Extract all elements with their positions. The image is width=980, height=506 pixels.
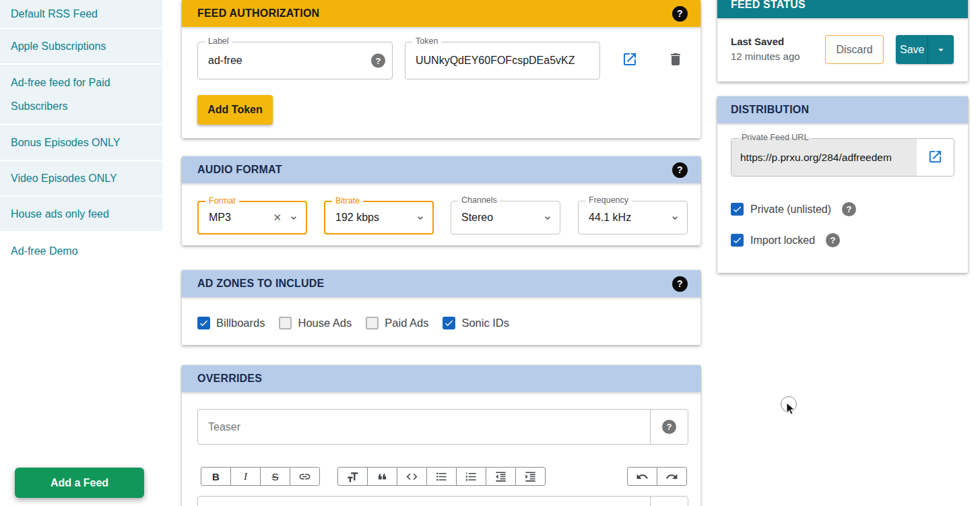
save-button[interactable]: Save <box>896 35 927 64</box>
format-select[interactable]: Format MP3 ✕ <box>197 201 307 234</box>
help-icon[interactable]: ? <box>662 420 676 434</box>
bitrate-select[interactable]: Bitrate 192 kbps <box>324 201 434 234</box>
ordered-list-button[interactable] <box>456 467 486 486</box>
ordered-list-icon <box>465 470 478 483</box>
checkbox-checked[interactable] <box>731 234 744 247</box>
open-in-new-icon <box>927 149 943 164</box>
chevron-down-icon <box>288 212 299 223</box>
field-value: 192 kbps <box>335 212 379 224</box>
field-value: Stereo <box>461 212 493 224</box>
field-value: https://p.prxu.org/284/adfreedem <box>740 152 912 164</box>
outdent-icon <box>494 470 507 483</box>
zone-option-sonic-ids: Sonic IDs <box>443 317 509 329</box>
undo-button[interactable] <box>627 467 657 486</box>
feed-authorization-card: FEED AUTHORIZATION ? Label ad-free ? Tok… <box>182 0 700 138</box>
help-icon[interactable]: ? <box>371 54 385 68</box>
section-title: AD ZONES TO INCLUDE <box>197 278 324 290</box>
field-value: UUNkyQdEY60FOFcspDEa5vKZ <box>416 55 575 67</box>
checkbox-unchecked[interactable] <box>366 317 379 329</box>
distribution-card: DISTRIBUTION Private Feed URL https://p.… <box>717 96 968 273</box>
chevron-down-icon <box>415 212 426 223</box>
open-token-external-button[interactable] <box>622 51 638 69</box>
check-icon <box>732 235 742 245</box>
section-title: AUDIO FORMAT <box>197 164 282 176</box>
audio-format-card: AUDIO FORMAT ? Format MP3 ✕ Bitrate 192 … <box>182 156 700 245</box>
help-icon[interactable]: ? <box>672 276 688 292</box>
field-value: MP3 <box>209 212 231 224</box>
text-size-icon <box>346 470 359 483</box>
private-feed-url-field[interactable]: Private Feed URL https://p.prxu.org/284/… <box>731 138 954 177</box>
sidebar-item-label: House ads only feed <box>11 202 109 226</box>
channels-select[interactable]: Channels Stereo <box>451 201 560 234</box>
checkbox-checked[interactable] <box>443 317 455 329</box>
outdent-button[interactable] <box>486 467 516 486</box>
sidebar-item-adfree-demo[interactable]: Ad-free Demo <box>0 232 162 270</box>
section-title: DISTRIBUTION <box>731 104 809 116</box>
bullet-list-icon <box>435 470 448 483</box>
save-options-button[interactable] <box>927 35 954 64</box>
delete-token-button[interactable] <box>667 51 684 69</box>
distribution-header: DISTRIBUTION <box>717 96 968 123</box>
description-editor[interactable] <box>197 496 688 506</box>
checkbox-label: House Ads <box>298 317 352 329</box>
help-icon[interactable]: ? <box>842 202 856 216</box>
feed-status-card: FEED STATUS Last Saved 12 minutes ago Di… <box>717 0 968 82</box>
italic-button[interactable]: I <box>230 467 261 486</box>
field-label: Label <box>205 36 232 46</box>
help-icon[interactable]: ? <box>672 162 688 178</box>
checkbox-checked[interactable] <box>197 317 210 329</box>
sidebar-item-apple-subscriptions[interactable]: Apple Subscriptions <box>0 29 162 63</box>
frequency-select[interactable]: Frequency 44.1 kHz <box>578 201 688 234</box>
bold-button[interactable]: B <box>201 467 231 486</box>
help-icon[interactable]: ? <box>672 6 688 22</box>
sidebar-item-label: Default RSS Feed <box>11 2 98 26</box>
discard-button[interactable]: Discard <box>825 35 884 64</box>
checkbox-unchecked[interactable] <box>279 317 292 329</box>
bullet-list-button[interactable] <box>426 467 457 486</box>
field-label: Bitrate <box>332 196 363 205</box>
open-feed-url-button[interactable] <box>927 149 943 166</box>
checkbox-checked[interactable] <box>731 203 744 216</box>
blockquote-icon <box>376 470 389 483</box>
ad-zones-card: AD ZONES TO INCLUDE ? Billboards House A… <box>182 270 700 345</box>
text-style-toolbar-group: B I S <box>201 467 320 486</box>
link-button[interactable] <box>290 467 320 486</box>
sidebar-item-default-rss-feed[interactable]: Default RSS Feed <box>0 0 162 28</box>
section-title: FEED STATUS <box>731 0 806 11</box>
sidebar-item-bonus-episodes[interactable]: Bonus Episodes ONLY <box>0 125 162 160</box>
redo-button[interactable] <box>657 467 687 486</box>
token-label-field[interactable]: Label ad-free ? <box>197 42 393 80</box>
code-block-button[interactable] <box>397 467 427 486</box>
ad-zones-header: AD ZONES TO INCLUDE ? <box>182 270 700 297</box>
code-icon <box>405 470 418 483</box>
import-locked-row: Import locked ? <box>731 233 840 247</box>
token-value-field[interactable]: Token UUNkyQdEY60FOFcspDEa5vKZ <box>405 42 600 80</box>
sidebar-item-video-episodes[interactable]: Video Episodes ONLY <box>0 161 162 195</box>
feed-editor-page: Default RSS Feed Apple Subscriptions Ad-… <box>0 0 980 506</box>
add-a-feed-button[interactable]: Add a Feed <box>15 468 144 498</box>
teaser-placeholder: Teaser <box>208 421 240 433</box>
strikethrough-button[interactable]: S <box>260 467 290 486</box>
text-size-button[interactable] <box>337 467 368 486</box>
indent-button[interactable] <box>515 467 546 486</box>
add-token-button[interactable]: Add Token <box>197 95 273 125</box>
sidebar-item-house-ads[interactable]: House ads only feed <box>0 197 162 231</box>
teaser-field[interactable]: Teaser ? <box>197 409 688 445</box>
clear-icon[interactable]: ✕ <box>273 212 282 224</box>
zone-option-billboards: Billboards <box>197 317 265 329</box>
overrides-header: OVERRIDES <box>182 365 700 392</box>
blockquote-button[interactable] <box>367 467 397 486</box>
sidebar-item-label: Bonus Episodes ONLY <box>11 131 120 154</box>
sidebar-item-label: Apple Subscriptions <box>11 34 106 58</box>
url-open-cell <box>917 139 954 176</box>
undo-icon <box>636 470 649 483</box>
sidebar-item-adfree-paid[interactable]: Ad-free feed for Paid Subscribers <box>0 65 162 124</box>
strikethrough-glyph: S <box>271 471 278 482</box>
field-value: ad-free <box>208 55 242 67</box>
help-icon[interactable]: ? <box>826 233 840 247</box>
field-label: Channels <box>458 195 500 205</box>
sidebar-item-label: Ad-free Demo <box>11 239 78 263</box>
overrides-card: OVERRIDES Teaser ? B I S <box>182 365 700 506</box>
trash-icon <box>667 51 684 67</box>
field-label: Token <box>412 36 441 46</box>
